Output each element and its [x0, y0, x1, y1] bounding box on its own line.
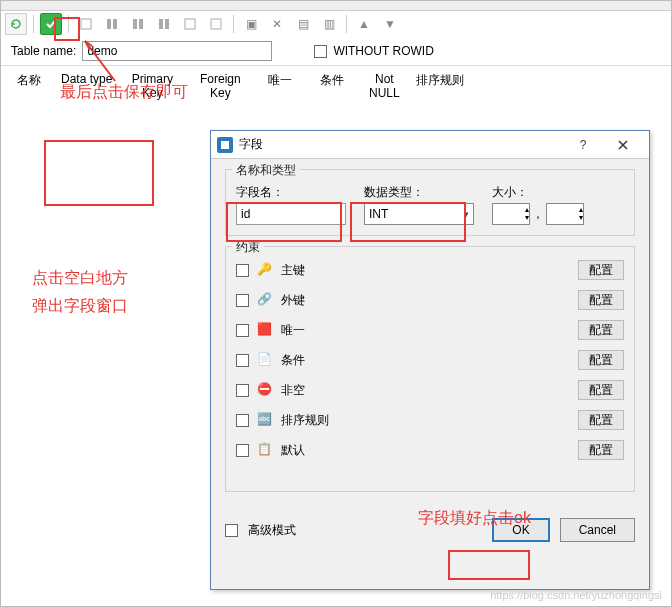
uq-checkbox[interactable]: [236, 324, 249, 337]
help-button[interactable]: ?: [563, 133, 603, 157]
svg-rect-5: [159, 19, 163, 29]
df-config-button[interactable]: 配置: [578, 440, 624, 460]
close-button[interactable]: [603, 133, 643, 157]
pk-checkbox[interactable]: [236, 264, 249, 277]
col-fk: Foreign Key: [192, 72, 248, 100]
svg-rect-0: [81, 19, 91, 29]
fk-checkbox[interactable]: [236, 294, 249, 307]
svg-rect-9: [221, 141, 229, 149]
check-icon: 📄: [257, 352, 273, 368]
tool-5[interactable]: [127, 13, 149, 35]
df-checkbox[interactable]: [236, 444, 249, 457]
size-spin-2[interactable]: ▴▾: [546, 203, 584, 225]
tool-10[interactable]: ✕: [266, 13, 288, 35]
tool-11[interactable]: ▤: [292, 13, 314, 35]
constraints-group: 约束 🔑 主键 配置 🔗 外键 配置 🟥 唯一 配置 📄: [225, 246, 635, 492]
unique-icon: 🟥: [257, 322, 273, 338]
tool-14[interactable]: ▼: [379, 13, 401, 35]
refresh-button[interactable]: [5, 13, 27, 35]
col-collate: 排序规则: [416, 72, 464, 100]
svg-rect-3: [133, 19, 137, 29]
nn-label: 非空: [281, 382, 305, 399]
key-icon: 🔑: [257, 262, 273, 278]
notnull-icon: ⛔: [257, 382, 273, 398]
without-rowid-label: WITHOUT ROWID: [333, 44, 433, 58]
size-spin-1[interactable]: ▴▾: [492, 203, 530, 225]
annot-text-2b: 弹出字段窗口: [32, 296, 128, 317]
ck-checkbox[interactable]: [236, 354, 249, 367]
pk-config-button[interactable]: 配置: [578, 260, 624, 280]
annot-text-3: 字段填好点击ok: [418, 508, 531, 529]
pk-label: 主键: [281, 262, 305, 279]
name-type-legend: 名称和类型: [232, 162, 300, 179]
fk-config-button[interactable]: 配置: [578, 290, 624, 310]
svg-rect-2: [113, 19, 117, 29]
annot-text-2a: 点击空白地方: [32, 268, 128, 289]
ck-config-button[interactable]: 配置: [578, 350, 624, 370]
table-name-label: Table name:: [11, 44, 76, 58]
tool-13[interactable]: ▲: [353, 13, 375, 35]
tool-8[interactable]: [205, 13, 227, 35]
uq-config-button[interactable]: 配置: [578, 320, 624, 340]
svg-rect-8: [211, 19, 221, 29]
annot-text-1: 最后点击保存即可: [60, 82, 188, 103]
co-config-button[interactable]: 配置: [578, 410, 624, 430]
size-comma: ，: [532, 206, 544, 223]
sep: [233, 15, 234, 33]
data-type-label: 数据类型：: [364, 184, 474, 201]
col-name: 名称: [9, 72, 49, 100]
default-icon: 📋: [257, 442, 273, 458]
tool-12[interactable]: ▥: [318, 13, 340, 35]
tool-6[interactable]: [153, 13, 175, 35]
tool-7[interactable]: [179, 13, 201, 35]
svg-rect-6: [165, 19, 169, 29]
ck-label: 条件: [281, 352, 305, 369]
svg-rect-4: [139, 19, 143, 29]
collate-icon: 🔤: [257, 412, 273, 428]
annot-box-save: [54, 17, 80, 41]
size-label: 大小：: [492, 184, 584, 201]
row-check: 📄 条件 配置: [236, 345, 624, 375]
dialog-titlebar: 字段 ?: [211, 131, 649, 159]
row-default: 📋 默认 配置: [236, 435, 624, 465]
co-label: 排序规则: [281, 412, 329, 429]
svg-rect-1: [107, 19, 111, 29]
svg-rect-7: [185, 19, 195, 29]
row-collate: 🔤 排序规则 配置: [236, 405, 624, 435]
uq-label: 唯一: [281, 322, 305, 339]
col-notnull: Not NULL: [364, 72, 404, 100]
col-unique: 唯一: [260, 72, 300, 100]
df-label: 默认: [281, 442, 305, 459]
advanced-label: 高级模式: [248, 522, 296, 539]
link-icon: 🔗: [257, 292, 273, 308]
annot-box-datatype: [350, 202, 466, 242]
dialog-icon: [217, 137, 233, 153]
sep: [346, 15, 347, 33]
row-fk: 🔗 外键 配置: [236, 285, 624, 315]
menubar-strip: [1, 1, 671, 11]
tool-4[interactable]: [101, 13, 123, 35]
without-rowid-checkbox[interactable]: [314, 45, 327, 58]
toolbar: ▣ ✕ ▤ ▥ ▲ ▼: [1, 11, 671, 37]
annot-box-ok: [448, 550, 530, 580]
annot-box-blank: [44, 140, 154, 206]
nn-config-button[interactable]: 配置: [578, 380, 624, 400]
advanced-checkbox[interactable]: [225, 524, 238, 537]
row-unique: 🟥 唯一 配置: [236, 315, 624, 345]
nn-checkbox[interactable]: [236, 384, 249, 397]
tool-9[interactable]: ▣: [240, 13, 262, 35]
watermark: https://blog.csdn.net/yuzhongqingsi: [490, 589, 662, 601]
co-checkbox[interactable]: [236, 414, 249, 427]
row-pk: 🔑 主键 配置: [236, 255, 624, 285]
field-name-label: 字段名：: [236, 184, 346, 201]
annot-box-fieldname: [226, 202, 342, 242]
dialog-title: 字段: [239, 136, 263, 153]
cancel-button[interactable]: Cancel: [560, 518, 635, 542]
fk-label: 外键: [281, 292, 305, 309]
sep: [33, 15, 34, 33]
col-check: 条件: [312, 72, 352, 100]
annot-arrow-1: [80, 36, 120, 86]
row-notnull: ⛔ 非空 配置: [236, 375, 624, 405]
